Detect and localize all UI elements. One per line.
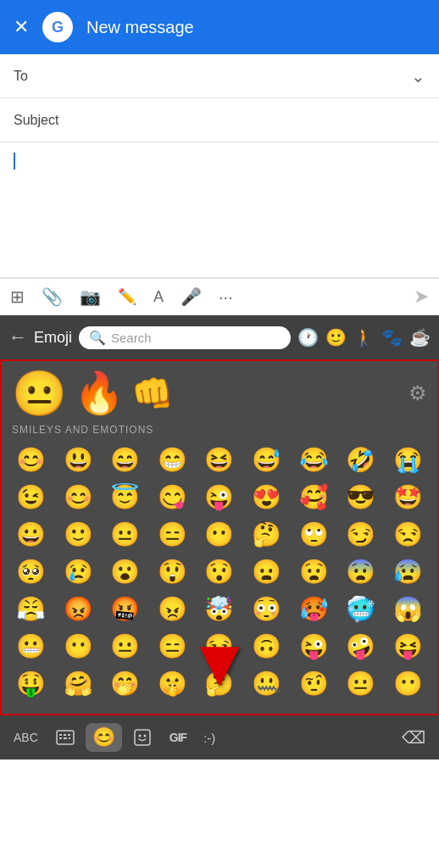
list-item[interactable]: 🥺 <box>8 553 54 590</box>
list-item[interactable]: 😠 <box>150 590 196 627</box>
list-item[interactable]: 😡 <box>56 590 102 627</box>
keyboard-switch-icon[interactable] <box>48 724 82 751</box>
list-item[interactable]: 😋 <box>150 478 196 515</box>
list-item[interactable]: 😑 <box>150 515 196 553</box>
backspace-icon[interactable]: ⌫ <box>395 724 432 751</box>
list-item[interactable]: 😭 <box>385 441 431 478</box>
mic-icon[interactable]: 🎤 <box>181 287 202 307</box>
google-logo: G <box>42 12 73 42</box>
emoji-grid-row5: 😤 😡 🤬 😠 🤯 😳 🥵 🥶 😱 <box>8 590 431 627</box>
list-item[interactable]: 😃 <box>56 441 102 478</box>
list-item[interactable]: 😑 <box>150 627 196 665</box>
emoji-search-box[interactable]: 🔍 Search <box>79 326 291 349</box>
send-icon[interactable]: ➤ <box>414 286 429 308</box>
emoji-grid-row3: 😀 🙂 😐 😑 😶 🤔 🙄 😏 😒 <box>8 515 431 553</box>
list-item[interactable]: 😉 <box>8 478 54 515</box>
list-item[interactable]: 🤪 <box>338 627 384 665</box>
list-item[interactable]: 🤩 <box>385 478 431 515</box>
keyboard-bottom-bar: ABC 😊 GIF :-) ⌫ <box>0 715 439 760</box>
smiley-nav-icon[interactable]: 🙂 <box>325 327 347 348</box>
list-item[interactable]: 🤑 <box>8 665 54 702</box>
list-item[interactable]: 😝 <box>385 627 431 665</box>
smiley-text-icon[interactable]: :-) <box>197 727 222 748</box>
list-item[interactable]: 😀 <box>8 515 54 553</box>
more-icon[interactable]: ··· <box>219 287 233 307</box>
gif-icon[interactable]: GIF <box>163 727 193 748</box>
svg-point-9 <box>143 735 146 737</box>
emoji-back-button[interactable]: ← <box>8 326 27 348</box>
email-body[interactable] <box>0 142 439 278</box>
list-item[interactable]: 😏 <box>197 627 242 665</box>
list-item[interactable]: 😶 <box>56 627 102 665</box>
list-item[interactable]: 😬 <box>8 627 54 665</box>
list-item[interactable]: 😊 <box>56 478 102 515</box>
list-item[interactable]: 😳 <box>244 590 290 627</box>
list-item[interactable]: 😏 <box>338 515 384 553</box>
list-item[interactable]: 😊 <box>8 441 54 478</box>
list-item[interactable]: 🤫 <box>150 665 196 702</box>
abc-label[interactable]: ABC <box>7 727 45 748</box>
list-item[interactable]: 🤭 <box>103 665 148 702</box>
list-item[interactable]: 😨 <box>338 553 384 590</box>
list-item[interactable]: 😰 <box>385 553 431 590</box>
close-icon[interactable]: ✕ <box>14 16 29 38</box>
list-item[interactable]: 😐 <box>338 665 384 702</box>
add-icon[interactable]: ⊞ <box>10 287 25 307</box>
to-input[interactable] <box>64 69 411 84</box>
list-item[interactable]: 😶 <box>385 665 431 702</box>
featured-emoji-1: 😐 <box>12 371 67 415</box>
email-header: ✕ G New message <box>0 0 439 54</box>
list-item[interactable]: 😄 <box>103 441 148 478</box>
pen-icon[interactable]: ✏️ <box>118 287 136 306</box>
list-item[interactable]: 😂 <box>291 441 336 478</box>
list-item[interactable]: 😮 <box>103 553 148 590</box>
list-item[interactable]: 😒 <box>385 515 431 553</box>
list-item[interactable]: 😜 <box>197 478 242 515</box>
list-item[interactable]: 😁 <box>150 441 196 478</box>
list-item[interactable]: 🤨 <box>291 665 336 702</box>
list-item[interactable]: 🥰 <box>291 478 336 515</box>
list-item[interactable]: 😲 <box>150 553 196 590</box>
list-item[interactable]: 🥵 <box>291 590 336 627</box>
person-nav-icon[interactable]: 🚶 <box>353 327 375 348</box>
list-item[interactable]: 😶 <box>197 515 242 553</box>
list-item[interactable]: 😍 <box>244 478 290 515</box>
list-item[interactable]: 🥶 <box>338 590 384 627</box>
font-icon[interactable]: A <box>153 288 164 306</box>
list-item[interactable]: 🤐 <box>244 665 290 702</box>
activity-nav-icon[interactable]: 🐾 <box>381 327 403 348</box>
list-item[interactable]: 🤯 <box>197 590 242 627</box>
list-item[interactable]: 🙂 <box>56 515 102 553</box>
sticker-icon[interactable] <box>125 724 159 751</box>
list-item[interactable]: 🤔 <box>197 665 242 702</box>
list-item[interactable]: 😅 <box>244 441 290 478</box>
camera-icon[interactable]: 📷 <box>80 287 101 307</box>
emoji-category-label: SMILEYS AND EMOTIONS <box>8 422 431 441</box>
list-item[interactable]: 😦 <box>244 553 290 590</box>
attachment-icon[interactable]: 📎 <box>42 287 63 307</box>
list-item[interactable]: 😇 <box>103 478 148 515</box>
list-item[interactable]: 🙃 <box>244 627 290 665</box>
subject-input[interactable] <box>64 113 425 128</box>
list-item[interactable]: 😢 <box>56 553 102 590</box>
settings-icon[interactable]: ⚙ <box>408 381 427 405</box>
list-item[interactable]: 🤣 <box>338 441 384 478</box>
list-item[interactable]: 🤗 <box>56 665 102 702</box>
emoji-keyboard-icon[interactable]: 😊 <box>86 723 122 752</box>
recent-icon[interactable]: 🕐 <box>297 327 319 348</box>
list-item[interactable]: 😱 <box>385 590 431 627</box>
list-item[interactable]: 😤 <box>8 590 54 627</box>
list-item[interactable]: 🙄 <box>291 515 336 553</box>
list-item[interactable]: 😎 <box>338 478 384 515</box>
food-nav-icon[interactable]: ☕ <box>409 327 431 348</box>
list-item[interactable]: 😐 <box>103 627 148 665</box>
list-item[interactable]: 😧 <box>291 553 336 590</box>
list-item[interactable]: 😯 <box>197 553 242 590</box>
chevron-down-icon[interactable]: ⌄ <box>411 66 425 86</box>
list-item[interactable]: 🤔 <box>244 515 290 553</box>
list-item[interactable]: 😐 <box>103 515 148 553</box>
emoji-title: Emoji <box>34 329 72 347</box>
list-item[interactable]: 😜 <box>291 627 336 665</box>
list-item[interactable]: 🤬 <box>103 590 148 627</box>
list-item[interactable]: 😆 <box>197 441 242 478</box>
